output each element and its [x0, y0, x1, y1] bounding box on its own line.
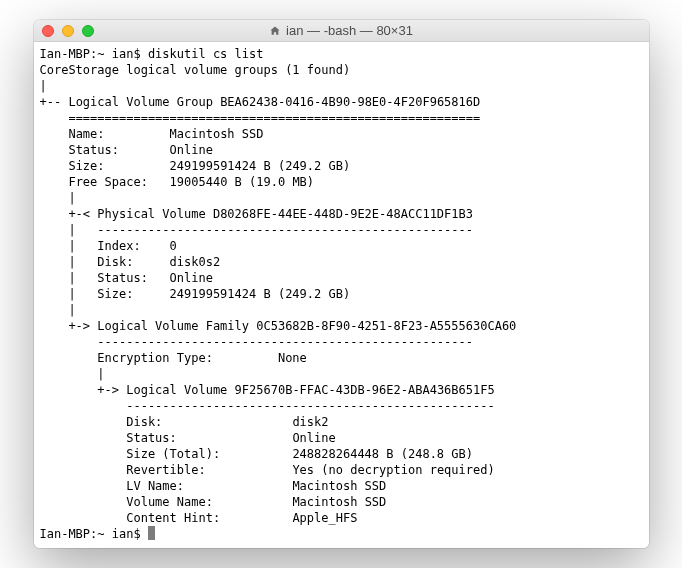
- lv-rev-label: Revertible:: [126, 463, 205, 477]
- lv-uuid: 9F25670B-FFAC-43DB-96E2-ABA436B651F5: [235, 383, 495, 397]
- pv-sep: ----------------------------------------…: [97, 223, 473, 237]
- lv-rev: Yes (no decryption required): [292, 463, 494, 477]
- lv-lvname: Macintosh SSD: [292, 479, 386, 493]
- command-text: diskutil cs list: [148, 47, 264, 61]
- lv-size: 248828264448 B (248.8 GB): [292, 447, 473, 461]
- lv-lvname-label: LV Name:: [126, 479, 184, 493]
- terminal-content[interactable]: Ian-MBP:~ ian$ diskutil cs list CoreStor…: [34, 42, 649, 548]
- lv-size-label: Size (Total):: [126, 447, 220, 461]
- prompt-host: Ian-MBP:~ ian$: [40, 47, 148, 61]
- lvg-free: 19005440 B (19.0 MB): [170, 175, 315, 189]
- pv-disk: disk0s2: [170, 255, 221, 269]
- lv-volname: Macintosh SSD: [292, 495, 386, 509]
- lv-status-label: Status:: [126, 431, 177, 445]
- cursor-icon: [148, 526, 155, 540]
- window-title: ian — -bash — 80×31: [34, 23, 649, 38]
- minimize-icon[interactable]: [62, 25, 74, 37]
- pv-label: Physical Volume: [97, 207, 205, 221]
- pv-disk-label: Disk:: [97, 255, 133, 269]
- lv-disk: disk2: [292, 415, 328, 429]
- lvf-sep: ----------------------------------------…: [97, 335, 473, 349]
- lv-status: Online: [292, 431, 335, 445]
- output-header: CoreStorage logical volume groups (1 fou…: [40, 63, 351, 77]
- lv-hint-label: Content Hint:: [126, 511, 220, 525]
- lv-disk-label: Disk:: [126, 415, 162, 429]
- window-title-text: ian — -bash — 80×31: [286, 23, 413, 38]
- lvf-label: Logical Volume Family: [97, 319, 249, 333]
- lvg-size: 249199591424 B (249.2 GB): [170, 159, 351, 173]
- pv-status: Online: [170, 271, 213, 285]
- lvg-uuid: BEA62438-0416-4B90-98E0-4F20F965816D: [220, 95, 480, 109]
- lvf-enc: None: [278, 351, 307, 365]
- pv-size: 249199591424 B (249.2 GB): [170, 287, 351, 301]
- lvg-sep: ========================================…: [68, 111, 480, 125]
- pv-index: 0: [170, 239, 177, 253]
- lv-hint: Apple_HFS: [292, 511, 357, 525]
- lvg-free-label: Free Space:: [68, 175, 147, 189]
- home-icon: [269, 25, 281, 37]
- lvf-uuid: 0C53682B-8F90-4251-8F23-A5555630CA60: [256, 319, 516, 333]
- pv-status-label: Status:: [97, 271, 148, 285]
- prompt2-host: Ian-MBP:~ ian$: [40, 527, 148, 541]
- lvg-label: Logical Volume Group: [68, 95, 213, 109]
- titlebar[interactable]: ian — -bash — 80×31: [34, 20, 649, 42]
- terminal-window: ian — -bash — 80×31 Ian-MBP:~ ian$ disku…: [34, 20, 649, 548]
- lv-volname-label: Volume Name:: [126, 495, 213, 509]
- pv-uuid: D80268FE-44EE-448D-9E2E-48ACC11DF1B3: [213, 207, 473, 221]
- lvg-size-label: Size:: [68, 159, 104, 173]
- traffic-lights: [42, 25, 94, 37]
- close-icon[interactable]: [42, 25, 54, 37]
- lvf-enc-label: Encryption Type:: [97, 351, 213, 365]
- lvg-name-label: Name:: [68, 127, 104, 141]
- lvg-status-label: Status:: [68, 143, 119, 157]
- lv-label: Logical Volume: [126, 383, 227, 397]
- lvg-name: Macintosh SSD: [170, 127, 264, 141]
- pv-index-label: Index:: [97, 239, 140, 253]
- lv-sep: ----------------------------------------…: [126, 399, 494, 413]
- lvg-status: Online: [170, 143, 213, 157]
- maximize-icon[interactable]: [82, 25, 94, 37]
- pv-size-label: Size:: [97, 287, 133, 301]
